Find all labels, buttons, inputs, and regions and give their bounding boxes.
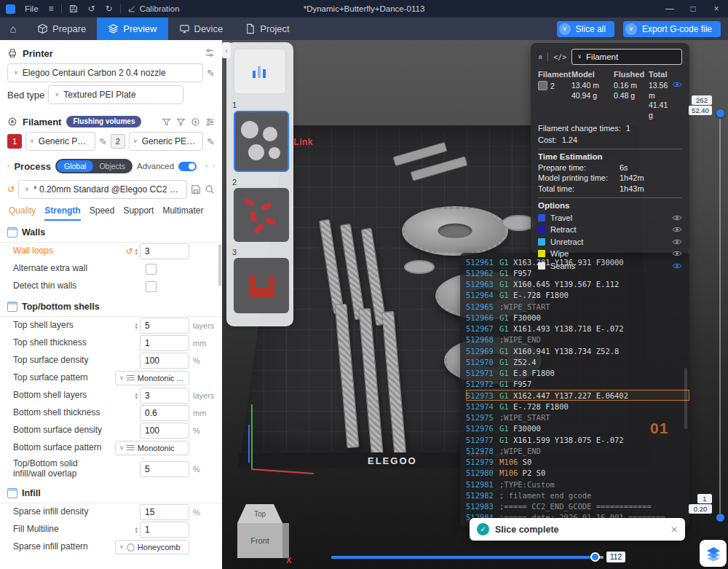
- param-input[interactable]: 3: [140, 243, 189, 259]
- param-checkbox[interactable]: [146, 264, 157, 275]
- edit-filament-2-icon[interactable]: ✎: [207, 137, 215, 146]
- spinner-down-icon[interactable]: ▾: [135, 326, 138, 330]
- layer-slider-top-handle[interactable]: [716, 109, 724, 117]
- tab-project[interactable]: Project: [234, 17, 300, 40]
- scope-global[interactable]: Global: [57, 160, 93, 172]
- tab-preview[interactable]: Preview: [97, 17, 167, 40]
- plate-2-thumbnail[interactable]: [234, 188, 289, 242]
- gcode-line[interactable]: 512969G1 X160.941 Y138.734 Z52.8: [466, 345, 689, 356]
- process-tab-quality[interactable]: Quality: [9, 205, 36, 221]
- tab-prepare[interactable]: Prepare: [26, 17, 97, 40]
- model-gear[interactable]: [402, 206, 508, 256]
- home-button[interactable]: ⌂: [0, 17, 26, 40]
- param-select[interactable]: ∨Monotonic: [115, 441, 189, 455]
- eye-icon[interactable]: [672, 238, 682, 246]
- spinner-arrows[interactable]: ▴▾: [135, 392, 138, 400]
- elegoo-logo[interactable]: [700, 540, 727, 567]
- gcode-line[interactable]: 512967G1 X161.493 Y138.718 E-.072: [466, 323, 689, 334]
- edit-printer-icon[interactable]: ✎: [207, 68, 215, 78]
- gcode-viewer[interactable]: 512961G1 X163.281 Y136.931 F30000512962G…: [460, 253, 689, 527]
- gcode-line[interactable]: 512982; filament end gcode: [466, 490, 689, 501]
- search-icon[interactable]: [205, 184, 215, 195]
- filament-settings-icon[interactable]: [205, 117, 215, 127]
- nav-cube-top-face[interactable]: Top: [237, 504, 282, 523]
- plate-3-thumbnail[interactable]: [234, 258, 289, 313]
- flush-funnel-right-icon[interactable]: [176, 117, 186, 127]
- export-gcode-button[interactable]: ∨ Export G-code file: [623, 21, 721, 37]
- objects-list-icon[interactable]: [205, 161, 207, 171]
- chevron-down-icon[interactable]: ∨: [625, 23, 637, 35]
- minimize-button[interactable]: —: [658, 0, 681, 17]
- filament-2-select[interactable]: ∨ Generic PETG @S...: [129, 132, 203, 151]
- eye-icon[interactable]: [672, 214, 682, 221]
- spinner-down-icon[interactable]: ▾: [135, 396, 138, 400]
- advanced-toggle[interactable]: [178, 162, 197, 171]
- plate-1-thumbnail[interactable]: [234, 111, 289, 172]
- add-filament-icon[interactable]: [191, 117, 200, 127]
- param-checkbox[interactable]: [146, 281, 157, 292]
- filament-1-swatch[interactable]: 1: [7, 134, 22, 149]
- eye-icon[interactable]: [672, 226, 682, 233]
- flushing-volumes-button[interactable]: Flushing volumes: [66, 116, 141, 127]
- redo-icon[interactable]: ↻: [100, 0, 118, 17]
- collapse-panel-icon[interactable]: «: [537, 55, 545, 59]
- param-input[interactable]: 100: [140, 353, 189, 369]
- param-input[interactable]: 3: [140, 388, 189, 404]
- reset-preset-icon[interactable]: ↺: [7, 185, 15, 194]
- save-preset-icon[interactable]: [191, 184, 201, 195]
- tab-device[interactable]: Device: [168, 17, 234, 40]
- gcode-line[interactable]: 512979M106 S0: [466, 457, 689, 468]
- param-input[interactable]: 1: [140, 335, 189, 351]
- param-input[interactable]: 1: [140, 522, 189, 538]
- spinner-arrows[interactable]: ▴▾: [135, 526, 138, 534]
- gcode-line[interactable]: 512983;===== CC2_END_GCODE ============: [466, 501, 689, 512]
- param-input[interactable]: 5: [140, 318, 189, 334]
- chevron-down-icon[interactable]: ∨: [559, 23, 571, 35]
- gcode-line[interactable]: 512963G1 X160.645 Y139.567 E.112: [466, 279, 689, 290]
- edit-filament-1-icon[interactable]: ✎: [99, 137, 107, 146]
- process-preset-select[interactable]: ∨ * 0.20mm Standard @Elegoo CC2 0...: [18, 180, 187, 199]
- nav-cube-side-face[interactable]: [282, 523, 289, 558]
- move-slider-handle[interactable]: [590, 552, 600, 562]
- process-compare-icon[interactable]: [213, 161, 215, 171]
- gcode-line[interactable]: 512971G1 E.8 F1800: [466, 368, 689, 379]
- gcode-view-icon[interactable]: </>: [553, 53, 566, 61]
- gcode-line[interactable]: 512974G1 E-.728 F1800: [466, 401, 689, 412]
- process-tab-support[interactable]: Support: [123, 205, 154, 221]
- gcode-line[interactable]: 512972G1 F957: [466, 379, 689, 390]
- param-select[interactable]: ∨Monotonic ...: [115, 371, 189, 385]
- eye-icon[interactable]: [672, 262, 682, 270]
- move-slider[interactable]: 112: [331, 552, 625, 563]
- gcode-line[interactable]: 512978;WIPE_END: [466, 445, 689, 456]
- param-select[interactable]: ∨Honeycomb: [115, 540, 189, 554]
- bed-type-select[interactable]: ∨ Textured PEI Plate: [48, 85, 183, 104]
- scope-objects[interactable]: Objects: [93, 162, 131, 170]
- gcode-line[interactable]: 512981;TYPE:Custom: [466, 479, 689, 490]
- spinner-arrows[interactable]: ▴▾: [135, 322, 138, 330]
- gcode-scrollbar[interactable]: [684, 368, 687, 429]
- param-input[interactable]: 100: [140, 423, 189, 439]
- printer-settings-icon[interactable]: [205, 48, 215, 58]
- gcode-line[interactable]: 512970G1 Z52.4: [466, 356, 689, 367]
- file-menu[interactable]: File: [20, 0, 44, 17]
- gcode-line[interactable]: 512966G1 F30000: [466, 312, 689, 323]
- spinner-arrows[interactable]: ▴▾: [135, 248, 138, 256]
- slice-all-button[interactable]: ∨ Slice all: [557, 21, 614, 37]
- gcode-line[interactable]: 512964G1 E-.728 F1800: [466, 290, 689, 301]
- param-input[interactable]: 0.6: [140, 405, 189, 421]
- layer-slider-track[interactable]: [719, 119, 721, 516]
- save-icon[interactable]: [64, 0, 83, 17]
- gcode-line[interactable]: 512973G1 X162.447 Y137.227 E.06402: [466, 390, 689, 401]
- eye-icon[interactable]: [672, 250, 682, 257]
- all-plates-thumbnail[interactable]: [234, 49, 286, 94]
- param-input[interactable]: 15: [140, 504, 189, 520]
- gcode-line[interactable]: 512980M106 P2 S0: [466, 468, 689, 479]
- sidebar-scrollbar[interactable]: [218, 244, 221, 286]
- flush-funnel-left-icon[interactable]: [162, 117, 171, 127]
- maximize-button[interactable]: □: [681, 0, 705, 17]
- model-cylinder[interactable]: [404, 260, 435, 274]
- process-tab-strength[interactable]: Strength: [44, 205, 80, 221]
- process-scope-segment[interactable]: Global Objects: [55, 159, 132, 173]
- close-button[interactable]: ×: [705, 0, 728, 17]
- filament-2-swatch[interactable]: 2: [111, 134, 125, 149]
